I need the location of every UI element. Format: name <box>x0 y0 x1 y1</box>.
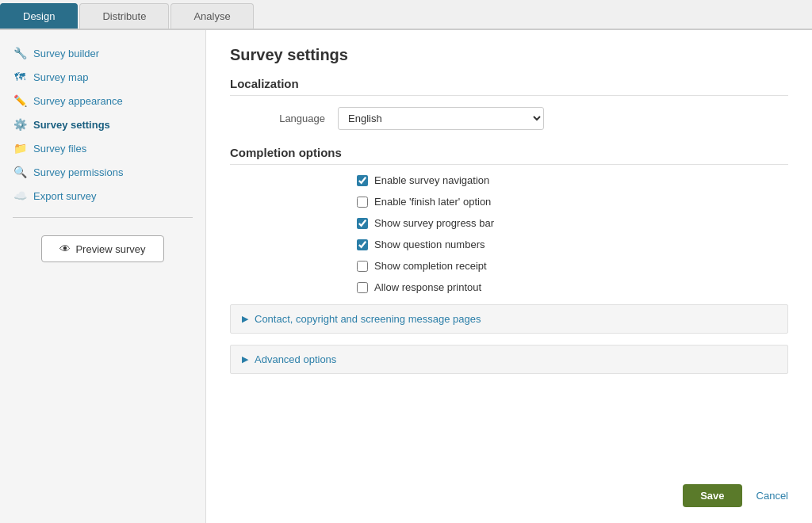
wrench-icon: 🔧 <box>13 46 27 60</box>
completion-options-header: Completion options <box>230 146 788 165</box>
sidebar-divider <box>13 217 193 218</box>
collapsible-advanced-label: Advanced options <box>255 353 336 365</box>
sidebar-item-survey-builder[interactable]: 🔧 Survey builder <box>0 41 205 65</box>
enable-finish-later-label: Enable 'finish later' option <box>374 196 491 208</box>
language-row: Language English French Spanish German P… <box>230 107 788 130</box>
enable-finish-later-checkbox[interactable] <box>357 197 368 208</box>
eye-icon: 👁 <box>59 242 71 255</box>
checkbox-row-enable-navigation: Enable survey navigation <box>357 174 788 186</box>
sidebar-item-survey-permissions[interactable]: 🔍 Survey permissions <box>0 160 205 184</box>
sidebar-item-export-survey[interactable]: ☁️ Export survey <box>0 184 205 208</box>
chevron-right-icon: ▶ <box>242 314 248 324</box>
sidebar-label-survey-permissions: Survey permissions <box>33 166 123 178</box>
gear-icon: ⚙️ <box>13 117 27 132</box>
sidebar-item-survey-map[interactable]: 🗺 Survey map <box>0 65 205 89</box>
checkbox-row-completion-receipt: Show completion receipt <box>357 260 788 272</box>
sidebar-item-survey-appearance[interactable]: ✏️ Survey appearance <box>0 89 205 113</box>
save-button[interactable]: Save <box>683 484 741 507</box>
collapsible-contact-section[interactable]: ▶ Contact, copyright and screening messa… <box>230 304 788 334</box>
checkbox-row-response-printout: Allow response printout <box>357 281 788 293</box>
sidebar-item-survey-settings[interactable]: ⚙️ Survey settings <box>0 113 205 136</box>
allow-response-printout-label: Allow response printout <box>374 281 481 293</box>
sidebar-label-survey-appearance: Survey appearance <box>33 95 123 107</box>
top-navigation: Design Distribute Analyse <box>0 0 812 30</box>
chevron-right-icon-2: ▶ <box>242 354 248 365</box>
page-title: Survey settings <box>230 46 788 64</box>
checkbox-row-question-numbers: Show question numbers <box>357 239 788 250</box>
language-label: Language <box>230 113 325 124</box>
enable-survey-navigation-checkbox[interactable] <box>357 175 368 186</box>
show-progress-bar-label: Show survey progress bar <box>374 217 494 229</box>
folder-icon: 📁 <box>13 141 27 155</box>
footer-buttons: Save Cancel <box>683 484 796 507</box>
sidebar: 🔧 Survey builder 🗺 Survey map ✏️ Survey … <box>0 30 206 523</box>
content-area: Survey settings Localization Language En… <box>206 30 812 523</box>
sidebar-label-survey-map: Survey map <box>33 71 88 83</box>
show-completion-receipt-checkbox[interactable] <box>357 261 368 272</box>
show-question-numbers-label: Show question numbers <box>374 239 485 250</box>
tab-analyse[interactable]: Analyse <box>170 3 253 29</box>
search-icon: 🔍 <box>13 165 27 179</box>
main-layout: 🔧 Survey builder 🗺 Survey map ✏️ Survey … <box>0 30 812 523</box>
show-progress-bar-checkbox[interactable] <box>357 218 368 229</box>
allow-response-printout-checkbox[interactable] <box>357 282 368 293</box>
pencil-icon: ✏️ <box>13 94 27 108</box>
collapsible-contact-label: Contact, copyright and screening message… <box>255 313 481 325</box>
cancel-button[interactable]: Cancel <box>749 484 796 507</box>
enable-survey-navigation-label: Enable survey navigation <box>374 174 489 186</box>
sidebar-label-survey-files: Survey files <box>33 143 86 155</box>
sidebar-label-survey-settings: Survey settings <box>33 119 110 131</box>
checkbox-row-finish-later: Enable 'finish later' option <box>357 196 788 208</box>
checkbox-row-progress-bar: Show survey progress bar <box>357 217 788 229</box>
sidebar-label-export-survey: Export survey <box>33 190 96 202</box>
localization-section-header: Localization <box>230 77 788 96</box>
sidebar-item-survey-files[interactable]: 📁 Survey files <box>0 136 205 160</box>
language-select[interactable]: English French Spanish German Portuguese <box>338 107 544 130</box>
show-question-numbers-checkbox[interactable] <box>357 239 368 250</box>
preview-survey-button[interactable]: 👁 Preview survey <box>41 235 163 262</box>
completion-options-section: Completion options Enable survey navigat… <box>230 146 788 293</box>
sidebar-label-survey-builder: Survey builder <box>33 48 99 59</box>
collapsible-advanced-section[interactable]: ▶ Advanced options <box>230 345 788 374</box>
map-icon: 🗺 <box>13 70 27 84</box>
tab-distribute[interactable]: Distribute <box>79 3 169 29</box>
show-completion-receipt-label: Show completion receipt <box>374 260 487 272</box>
cloud-icon: ☁️ <box>13 189 27 203</box>
tab-design[interactable]: Design <box>0 3 78 29</box>
preview-survey-label: Preview survey <box>75 243 145 255</box>
